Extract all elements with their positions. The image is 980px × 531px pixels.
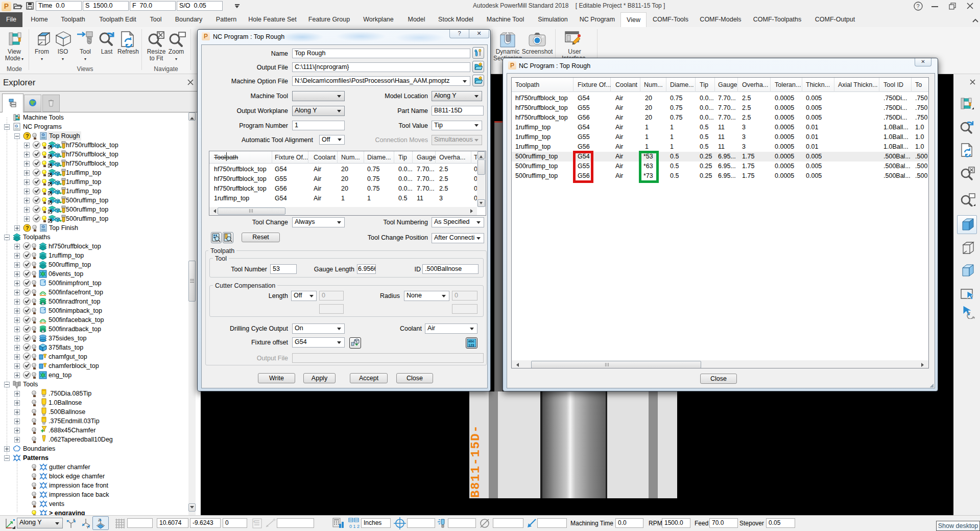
svg-text:123: 123 (468, 343, 474, 347)
svg-text:0 1 2: 0 1 2 (349, 524, 360, 529)
svg-text:x: x (73, 518, 75, 522)
svg-text:x: x (253, 520, 255, 523)
svg-text:?: ? (917, 3, 920, 9)
svg-text:Y: Y (86, 525, 89, 529)
svg-text:abc: abc (468, 339, 474, 343)
svg-text:Z: Z (98, 518, 101, 522)
